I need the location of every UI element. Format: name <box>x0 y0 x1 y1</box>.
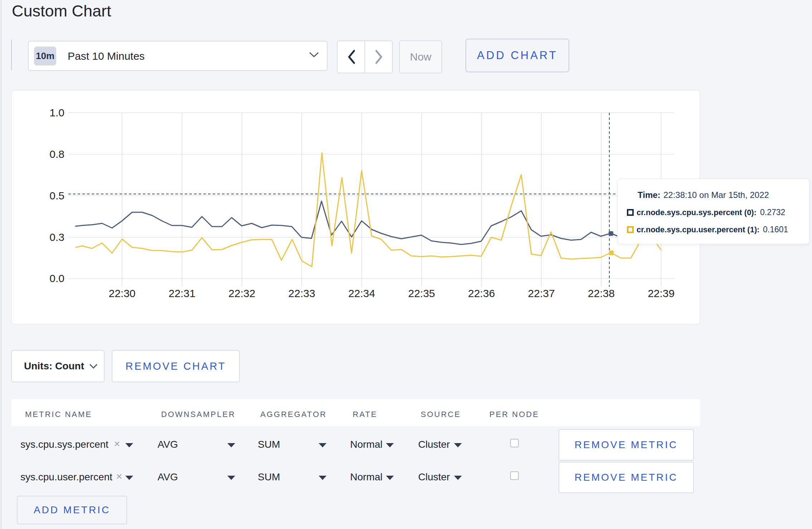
svg-text:22:30: 22:30 <box>108 287 135 299</box>
svg-text:0.8: 0.8 <box>49 148 64 160</box>
svg-text:22:37: 22:37 <box>528 287 555 299</box>
svg-text:22:36: 22:36 <box>468 287 495 299</box>
svg-text:22:32: 22:32 <box>228 287 255 299</box>
svg-text:0.0: 0.0 <box>49 272 64 284</box>
svg-text:1.0: 1.0 <box>49 107 64 118</box>
svg-text:22:31: 22:31 <box>169 287 195 299</box>
svg-text:0.3: 0.3 <box>49 231 64 243</box>
svg-text:22:33: 22:33 <box>288 287 315 299</box>
svg-text:22:38: 22:38 <box>588 287 615 299</box>
svg-text:22:35: 22:35 <box>408 287 435 299</box>
svg-text:0.5: 0.5 <box>49 190 64 202</box>
svg-text:22:34: 22:34 <box>348 287 375 299</box>
svg-text:22:39: 22:39 <box>648 287 675 299</box>
